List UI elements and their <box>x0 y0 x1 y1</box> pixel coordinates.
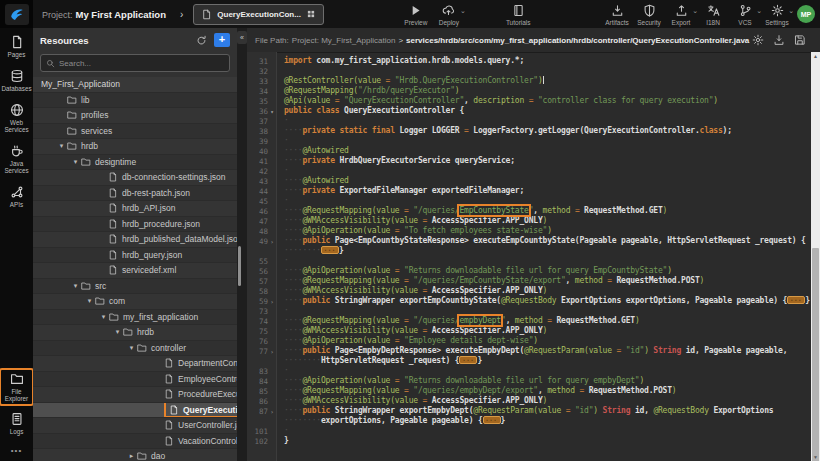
code-scrollbar-thumb[interactable] <box>812 248 819 461</box>
folded-code-icon[interactable]: ··· <box>321 246 339 254</box>
folder-icon <box>81 281 91 291</box>
folded-code-icon[interactable]: ··· <box>787 296 805 304</box>
pages-icon <box>10 35 24 49</box>
resources-header: Resources + <box>33 28 237 52</box>
scroll-down-arrow-icon[interactable]: ▼ <box>811 453 820 461</box>
tree-caret-icon[interactable]: ▾ <box>70 282 81 290</box>
artifacts-button[interactable]: Artifacts <box>605 2 629 26</box>
user-avatar[interactable]: MP <box>797 5 815 23</box>
sidebar-item-web-services[interactable]: Web Services <box>1 103 32 133</box>
tree-item[interactable]: UserController.java <box>33 418 237 434</box>
chevron-down-icon: ⌄ <box>692 7 698 15</box>
sidebar-item-databases[interactable]: Databases <box>1 69 32 92</box>
tree-item[interactable]: ▾com <box>33 294 237 310</box>
code-line: ····@ApiOperation(value = "Returns downl… <box>284 376 811 386</box>
tree-item[interactable]: hrdb_procedure.json <box>33 217 237 233</box>
preview-button[interactable]: Preview <box>404 2 428 26</box>
file-path-project: Project: My_First_Application <box>292 36 396 45</box>
sidebar-item-file-explorer[interactable]: File Explorer <box>0 368 34 406</box>
tree-item[interactable]: db-connection-settings.json <box>33 170 237 186</box>
tree-caret-icon[interactable]: ▸ <box>126 452 137 460</box>
deploy-button[interactable]: ⌄Deploy <box>437 2 461 26</box>
tree-item[interactable]: db-rest-patch.json <box>33 186 237 202</box>
settings-button[interactable]: ⌄Settings <box>765 2 789 26</box>
tree-item[interactable]: ▸dao <box>33 449 237 461</box>
line-number: 41 <box>247 156 276 166</box>
tree-item[interactable]: ▾designtime <box>33 155 237 171</box>
sidebar-item-apis[interactable]: APIs <box>1 185 32 208</box>
folded-code-icon[interactable]: ··· <box>483 416 501 424</box>
tree-caret-icon[interactable]: ▾ <box>56 142 67 150</box>
folded-code-icon[interactable]: ··· <box>459 356 477 364</box>
code-line: ····@RequestMapping(value = "/queries/em… <box>284 316 811 326</box>
search-input[interactable] <box>59 59 224 68</box>
fold-marker-icon[interactable]: › <box>268 348 276 355</box>
code-line: ····@RequestMapping(value = "/queries/em… <box>284 386 811 396</box>
tree-caret-icon[interactable]: ▾ <box>70 158 81 166</box>
code-content[interactable]: import com.my_first_application.hrdb.mod… <box>277 52 811 461</box>
tree-item[interactable]: profiles <box>33 108 237 124</box>
tree-item[interactable]: hrdb_query.json <box>33 248 237 264</box>
sidebar-item-logs[interactable]: Logs <box>1 412 32 435</box>
tree-item[interactable]: hrdb_API.json <box>33 201 237 217</box>
wavemaker-logo-icon <box>9 6 25 22</box>
tree-item[interactable]: VacationController.java <box>33 434 237 450</box>
tree-item[interactable]: services <box>33 124 237 140</box>
tree-item[interactable]: DepartmentController.java <box>33 356 237 372</box>
code-line: · <box>284 426 811 436</box>
vcs-button[interactable]: ⌄VCS <box>733 2 757 26</box>
export-button[interactable]: ⌄Export <box>669 2 693 26</box>
download-icon[interactable] <box>773 34 785 46</box>
code-scrollbar[interactable]: ▲ ▼ <box>811 52 820 461</box>
tree-root[interactable]: My_First_Application <box>33 77 237 93</box>
tutorials-button[interactable]: Tutorials <box>506 2 531 26</box>
fold-marker-icon[interactable]: ▾ <box>268 108 276 115</box>
tree-item[interactable]: ▾my_first_application <box>33 310 237 326</box>
code-editor[interactable]: 313233343536▾37383940414243444546474849›… <box>247 52 811 461</box>
add-resource-button[interactable]: + <box>214 33 230 47</box>
refresh-icon[interactable] <box>196 35 207 46</box>
tree-caret-icon[interactable]: ▾ <box>126 344 137 352</box>
tree-item[interactable]: ▾controller <box>33 341 237 357</box>
tree-caret-icon[interactable]: ▾ <box>84 297 95 305</box>
security-button[interactable]: Security <box>637 2 661 26</box>
line-number: 36▾ <box>247 106 276 116</box>
file-icon <box>108 172 118 182</box>
sidebar-item-pages[interactable]: Pages <box>1 35 32 58</box>
tree-caret-icon[interactable]: ▾ <box>98 313 109 321</box>
tree-item[interactable]: servicedef.xml <box>33 263 237 279</box>
tree-item[interactable]: EmployeeController.java <box>33 372 237 388</box>
tree-item[interactable]: ▾hrdb <box>33 325 237 341</box>
download-tray-icon <box>611 4 624 17</box>
line-number: 57 <box>247 276 276 286</box>
gear-icon[interactable] <box>752 34 764 46</box>
collapse-panel-button[interactable]: « <box>237 31 247 44</box>
tree-scrollbar-thumb[interactable] <box>238 246 241 286</box>
tree-item[interactable]: ▾src <box>33 279 237 295</box>
text-cursor <box>543 76 544 84</box>
search-icon <box>46 59 55 68</box>
chevron-down-icon: ⌄ <box>788 7 794 15</box>
tree-item[interactable]: hrdb_published_dataModel.json <box>33 232 237 248</box>
tree-item-selected[interactable]: QueryExecutionController.java <box>33 403 237 419</box>
code-line: @RestController(value = "Hrdb.QueryExecu… <box>284 76 811 86</box>
tree-item[interactable]: ▾hrdb <box>33 139 237 155</box>
fold-marker-icon[interactable]: › <box>268 408 276 415</box>
tab-queryexecutioncontroller[interactable]: QueryExecutionCon... <box>193 4 324 25</box>
tree-item[interactable]: ProcedureExecutionController.java <box>33 387 237 403</box>
grid-icon[interactable] <box>306 9 316 19</box>
tree-item[interactable]: lib <box>33 93 237 109</box>
fold-marker-icon[interactable]: › <box>268 238 276 245</box>
code-line: ····@WMAccessVisibility(value = AccessSp… <box>284 216 811 226</box>
resources-panel: Resources + My_First_Applicationlibprofi… <box>33 28 237 461</box>
fold-marker-icon[interactable]: › <box>268 298 276 305</box>
resource-search-box[interactable] <box>40 54 230 72</box>
i18n-button[interactable]: I18N <box>701 2 725 26</box>
scroll-up-arrow-icon[interactable]: ▲ <box>811 52 820 60</box>
save-icon[interactable] <box>794 34 806 46</box>
sidebar-item-java-services[interactable]: Java Services <box>1 144 32 174</box>
app-logo[interactable] <box>0 0 33 28</box>
line-number-gutter: 313233343536▾37383940414243444546474849›… <box>247 52 277 461</box>
tree-caret-icon[interactable]: ▾ <box>112 328 123 336</box>
more-options-icon[interactable]: ••• <box>11 446 22 455</box>
